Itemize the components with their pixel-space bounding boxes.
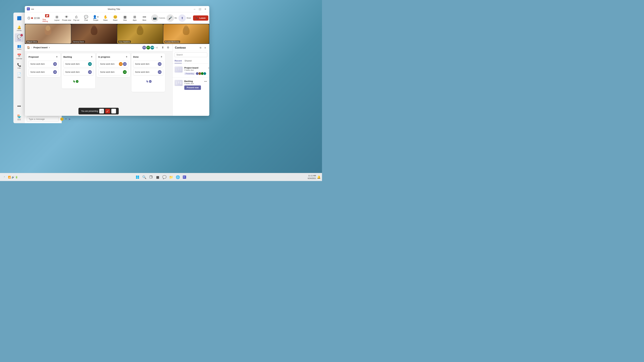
sidebar-item-files[interactable]: 📄 Files [15, 71, 24, 80]
kanban-card[interactable]: Some work item CB [28, 69, 59, 75]
send-button[interactable]: ➤ [68, 116, 71, 122]
teams-chat-taskbar-button[interactable]: 💬 [161, 174, 167, 180]
kanban-card[interactable]: Some work item CB CB [98, 61, 128, 67]
sidebar-item-store[interactable]: 🏪 Store [15, 113, 24, 122]
sidebar-item-calls[interactable]: 📞 Calls [15, 61, 24, 70]
emoji-button[interactable]: 😊 [60, 116, 64, 122]
sidebar-item-activity[interactable]: 🔔 Activity [15, 24, 24, 33]
taskview-button[interactable]: ❐ [148, 174, 154, 180]
tool-button-white[interactable]: ⬜ [99, 109, 104, 113]
search-button[interactable]: 🔍 [141, 174, 147, 180]
kanban-card[interactable]: Some work item CB [133, 61, 163, 67]
column-header-backlog: Backlog + [64, 55, 94, 59]
sidebar-item-chat[interactable]: 💬 Chat 1 [15, 33, 24, 42]
participant-video-guy[interactable]: Guy Hawkins [117, 24, 163, 43]
kanban-card[interactable]: Some work item CB [133, 69, 163, 75]
share-button[interactable]: ⬆ [178, 14, 186, 22]
item-more-button-1[interactable]: ••• [208, 66, 209, 69]
people-button[interactable]: 👤+ People [91, 14, 100, 22]
present-now-button[interactable]: Present now [184, 85, 201, 90]
attach-button[interactable]: + [65, 116, 67, 122]
share-icon: ⬆ [181, 16, 184, 20]
home-icon[interactable]: 🏠 [27, 46, 30, 49]
minimize-button[interactable]: ─ [192, 7, 196, 11]
svg-rect-14 [136, 176, 137, 177]
mic-button[interactable]: 🎤 [166, 14, 174, 22]
contoso-close-button[interactable]: ✕ [203, 46, 207, 50]
raise-button[interactable]: ✋ Raise [101, 14, 110, 22]
sidebar-item-calendar[interactable]: 📅 Calendar [15, 52, 24, 61]
explorer-button[interactable]: 📁 [168, 174, 174, 180]
participant-video-serena[interactable]: Serena Davis [71, 24, 117, 43]
sidebar-item-more[interactable]: ••• [15, 102, 24, 110]
widgets-button[interactable]: ▦ [155, 174, 161, 180]
contoso-item-thumb [174, 66, 183, 72]
windows-logo-icon [136, 175, 139, 179]
svg-rect-8 [176, 68, 177, 71]
add-card-done[interactable]: + [160, 55, 163, 59]
taskbar-chevron-button[interactable]: ^ [1, 174, 8, 180]
maximize-button[interactable]: ⬜ [198, 7, 202, 11]
more-icon: ••• [17, 104, 21, 108]
taskbar-left: ^ 📶 🔊 🔋 [1, 174, 18, 180]
contoso-search[interactable] [174, 52, 207, 57]
contoso-minimize-button[interactable]: ⧉ [198, 46, 202, 50]
camera-button[interactable]: 📷 [151, 14, 158, 22]
add-card-proposed[interactable]: + [55, 55, 59, 59]
more-ctrl-icon: ••• [143, 15, 146, 19]
view-button[interactable]: ▦ View [120, 14, 130, 22]
contoso-item-backlog[interactable]: Backlog 3 tasks due Present now ••• [172, 78, 209, 91]
contoso-item-project-board[interactable]: Project board 3 tasks due Presenting [172, 65, 209, 77]
participant-name-miguel: Miguel Silva [26, 40, 38, 43]
teams-logo-icon[interactable]: 🟦 [15, 14, 24, 23]
tool-button-marker[interactable]: ✏ [111, 109, 116, 113]
close-button[interactable]: ✕ [203, 7, 207, 11]
content-area: 🏠 / Project board ▾ CS CY CW +2 ⬆ ⚙ [25, 44, 209, 116]
notifications-button[interactable]: 🔔 [317, 175, 321, 179]
tab-recent[interactable]: Recent [174, 58, 182, 63]
board-name[interactable]: Project board [33, 46, 48, 49]
svg-rect-10 [180, 68, 182, 71]
date-display: 6/24/2021 [308, 177, 316, 180]
stop-sharing-button[interactable]: Stop sharing [42, 14, 52, 22]
tool-button-red[interactable]: 🖊 [105, 109, 110, 113]
sound-icon[interactable]: 🔊 [12, 176, 14, 178]
settings-board-icon[interactable]: ⚙ [166, 45, 170, 50]
battery-icon[interactable]: 🔋 [15, 176, 18, 178]
sidebar-item-teams[interactable]: 👥 Teams [15, 43, 24, 51]
chat-button[interactable]: 💬 Chat [81, 14, 91, 22]
layout-button[interactable]: ⊞ Layout [52, 14, 62, 22]
window-controls: ─ ⬜ ✕ [192, 7, 207, 11]
kanban-card[interactable]: Some work item CB [64, 61, 94, 67]
window-menu-dots[interactable]: ••• [31, 8, 34, 11]
remote-cursor-ad: AD [146, 80, 152, 83]
share-board-icon[interactable]: ⬆ [160, 45, 165, 50]
desktop: 🟦 🔔 Activity 💬 Chat 1 👥 Teams 📅 Calendar… [0, 0, 322, 181]
board-avatar-2: CY [146, 45, 150, 50]
cursor-area-done: AD [133, 77, 163, 90]
kanban-card[interactable]: Some work item CB [28, 61, 59, 67]
tab-shared[interactable]: Shared [184, 58, 192, 63]
more-button[interactable]: ••• More [140, 14, 149, 22]
camera-icon: 📷 [153, 16, 157, 20]
kanban-card[interactable]: Some work item CB [64, 69, 94, 75]
add-card-inprogress[interactable]: + [125, 55, 128, 59]
leave-button[interactable]: 📞 Leave [193, 15, 208, 21]
taskbar-right: 11:11 AM 6/24/2021 🔔 [308, 174, 321, 180]
start-button[interactable] [134, 174, 140, 180]
wifi-icon[interactable]: 📶 [8, 176, 11, 178]
react-button[interactable]: 😊 React [110, 14, 120, 22]
message-input[interactable] [27, 117, 59, 121]
private-view-button[interactable]: 👁 Private view [62, 14, 71, 22]
add-card-backlog[interactable]: + [90, 55, 94, 59]
calendar-icon: 📅 [17, 53, 21, 57]
apps-button[interactable]: ⊞ Apps [130, 14, 139, 22]
teams-taskbar-button[interactable]: T [182, 174, 188, 180]
participant-video-miguel[interactable]: Miguel Silva [25, 24, 71, 43]
edge-button[interactable]: 🌐 [175, 174, 181, 180]
pop-out-button[interactable]: ⎙ Pop out [72, 14, 81, 22]
kanban-card[interactable]: Some work item CB [98, 69, 128, 75]
card-assignee-orange: CB [119, 62, 122, 66]
item-more-button-2[interactable]: ••• [204, 80, 207, 83]
participant-video-krystal[interactable]: Krystal McKinney [163, 24, 209, 43]
